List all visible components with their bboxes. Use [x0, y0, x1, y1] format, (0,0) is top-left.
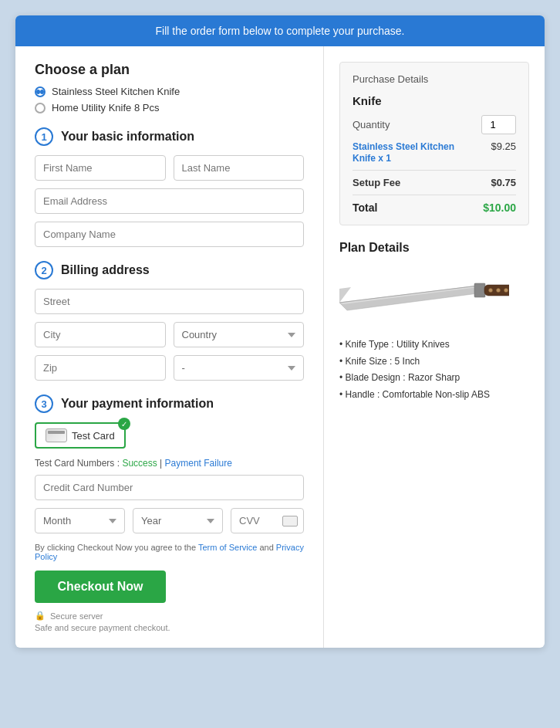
section3-number: 3	[35, 394, 53, 413]
section1-number: 1	[35, 127, 53, 146]
street-row	[35, 289, 304, 314]
section3-title: Your payment information	[61, 397, 214, 411]
name-row	[35, 155, 304, 181]
card-label: Test Card	[72, 430, 115, 442]
quantity-label: Quantity	[353, 119, 390, 130]
main-content: Choose a plan Stainless Steel Kitchen Kn…	[15, 46, 545, 648]
section1-title: Your basic information	[61, 130, 194, 144]
feature-1: Knife Type : Utility Knives	[339, 337, 529, 354]
divider1	[353, 170, 516, 171]
city-country-row: Country United States United Kingdom Can…	[35, 322, 304, 347]
secure-note: 🔒 Secure server	[35, 611, 304, 621]
zip-input[interactable]	[35, 355, 166, 381]
plan-option-1-label: Stainless Steel Kitchen Knife	[52, 86, 180, 97]
test-card-note: Test Card Numbers : Success | Payment Fa…	[35, 458, 304, 469]
setup-fee-row: Setup Fee $0.75	[353, 177, 516, 188]
company-row	[35, 222, 304, 247]
plan-option-1[interactable]: Stainless Steel Kitchen Knife	[35, 86, 304, 97]
feature-4: Handle : Comfortable Non-slip ABS	[339, 387, 529, 404]
total-value: $10.00	[483, 201, 516, 214]
radio-stainless[interactable]	[35, 86, 46, 97]
purchase-details-title: Purchase Details	[353, 73, 516, 85]
quantity-row: Quantity	[353, 115, 516, 134]
right-panel: Purchase Details Knife Quantity Stainles…	[324, 46, 545, 648]
choose-plan-section: Choose a plan Stainless Steel Kitchen Kn…	[35, 62, 304, 113]
test-card-label: Test Card Numbers :	[35, 458, 122, 469]
cc-input[interactable]	[35, 475, 304, 500]
country-select[interactable]: Country United States United Kingdom Can…	[174, 322, 305, 347]
email-row	[35, 188, 304, 214]
knife-svg	[339, 264, 509, 322]
svg-marker-8	[339, 287, 351, 303]
feature-3: Blade Design : Razor Sharp	[339, 370, 529, 387]
section2-number: 2	[35, 261, 53, 279]
product-label: Stainless Steel Kitchen Knife x 1	[353, 141, 454, 164]
product-price-row: Stainless Steel Kitchen Knife x 1 $9.25	[353, 141, 516, 164]
purchase-details-box: Purchase Details Knife Quantity Stainles…	[339, 62, 529, 225]
quantity-input[interactable]	[481, 115, 516, 134]
secure-label: Secure server	[50, 611, 103, 621]
plan-option-2[interactable]: Home Utility Knife 8 Pcs	[35, 102, 304, 113]
failure-link[interactable]: Payment Failure	[165, 458, 232, 469]
product-name: Knife	[353, 94, 516, 107]
banner-text: Fill the order form below to complete yo…	[156, 25, 405, 37]
zip-state-row: - CA NY TX	[35, 355, 304, 381]
street-input[interactable]	[35, 289, 304, 314]
pipe-label: |	[157, 458, 165, 469]
choose-plan-title: Choose a plan	[35, 62, 304, 78]
month-select[interactable]: Month 01020304 05060708 09101112	[35, 508, 125, 533]
cvv-card-icon	[282, 516, 298, 527]
safe-label: Safe and secure payment checkout.	[35, 623, 304, 632]
terms-prefix: By clicking Checkout Now you agree to th…	[35, 543, 198, 552]
plan-option-2-label: Home Utility Knife 8 Pcs	[52, 102, 159, 113]
card-check-icon: ✓	[118, 418, 130, 430]
checkout-button[interactable]: Checkout Now	[35, 571, 166, 603]
section2-header: 2 Billing address	[35, 261, 304, 279]
city-input[interactable]	[35, 322, 166, 347]
product-price: $9.25	[491, 141, 516, 164]
divider2	[353, 195, 516, 195]
product-line: Stainless Steel Kitchen	[353, 141, 454, 152]
tos-link[interactable]: Term of Service	[198, 543, 257, 552]
setup-fee-label: Setup Fee	[353, 177, 400, 188]
state-select[interactable]: - CA NY TX	[174, 355, 305, 381]
svg-point-5	[489, 289, 493, 293]
section2-title: Billing address	[61, 263, 150, 277]
cvv-wrapper	[231, 508, 304, 533]
feature-2: Knife Size : 5 Inch	[339, 354, 529, 371]
top-banner: Fill the order form below to complete yo…	[15, 15, 545, 46]
card-icon	[46, 428, 67, 442]
total-label: Total	[353, 201, 377, 214]
section1-header: 1 Your basic information	[35, 127, 304, 146]
knife-image	[339, 264, 494, 326]
last-name-input[interactable]	[174, 155, 305, 181]
company-input[interactable]	[35, 222, 304, 247]
plan-details-title: Plan Details	[339, 241, 529, 255]
total-row: Total $10.00	[353, 201, 516, 214]
terms-text: By clicking Checkout Now you agree to th…	[35, 543, 304, 561]
first-name-input[interactable]	[35, 155, 166, 181]
expiry-cvv-row: Month 01020304 05060708 09101112 Year 20…	[35, 508, 304, 533]
card-payment-box[interactable]: Test Card ✓	[35, 422, 126, 449]
left-panel: Choose a plan Stainless Steel Kitchen Kn…	[15, 46, 324, 648]
success-label[interactable]: Success	[122, 458, 157, 469]
radio-utility[interactable]	[35, 103, 46, 113]
email-input[interactable]	[35, 188, 304, 214]
product-line2: Knife x 1	[353, 153, 391, 164]
plan-features-list: Knife Type : Utility Knives Knife Size :…	[339, 337, 529, 403]
terms-and: and	[257, 543, 275, 552]
cc-row	[35, 475, 304, 500]
page-container: Fill the order form below to complete yo…	[15, 15, 545, 648]
section3-header: 3 Your payment information	[35, 394, 304, 413]
year-select[interactable]: Year 2024202520262027	[133, 508, 223, 533]
plan-details-section: Plan Details	[339, 241, 529, 403]
svg-point-7	[504, 289, 508, 293]
svg-point-6	[497, 289, 501, 293]
lock-icon: 🔒	[35, 611, 46, 621]
svg-rect-3	[474, 283, 485, 297]
setup-fee-value: $0.75	[491, 177, 516, 188]
